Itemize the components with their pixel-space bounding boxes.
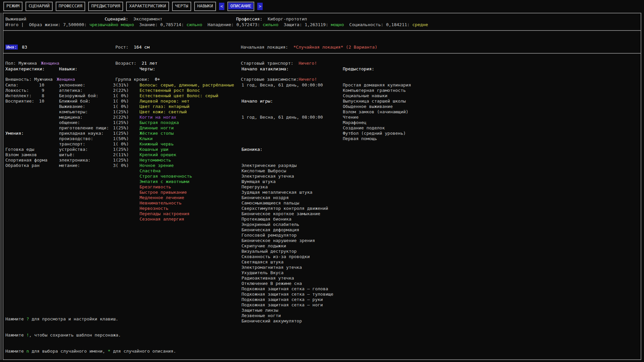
- kv-label: шитьё:: [59, 152, 75, 158]
- tab-label: РЕЖИМ: [6, 3, 19, 8]
- skill-row: прикладная наука:1(25%): [59, 131, 129, 136]
- kv-label: Выживание:: [59, 104, 85, 109]
- skills-header: Навыки:: [59, 66, 129, 72]
- trait-item: Волосы: серые, длинные, растрёпанные: [140, 82, 234, 88]
- stats-header: Характеристики:: [5, 66, 47, 72]
- name-value[interactable]: 83: [22, 45, 27, 50]
- traits-header: Черты:: [140, 66, 234, 72]
- trait-item: Кошачьи уши: [140, 147, 234, 152]
- cataclysm-start-value[interactable]: 1 год, Весна, 61 день, 00:00:00: [241, 82, 333, 88]
- tab-prev-arrow[interactable]: <: [219, 3, 224, 10]
- trait-item: Длинные ногти: [140, 125, 234, 131]
- bionic-item: Подкожная защитная сетка — руки: [241, 297, 333, 302]
- skill-row: компьютеры:1(25%): [59, 109, 129, 115]
- summary-panel: Выживший Сценарий: Эксперимент Профессия…: [3, 13, 641, 31]
- kv-value: 10: [39, 82, 44, 88]
- tab-description[interactable]: ОПИСАНИЕ: [227, 2, 255, 11]
- help-text-block: Нажмите ? для просмотра и настройки клав…: [5, 306, 276, 362]
- trait-item: Быстрая походка: [140, 120, 234, 125]
- tab-stats[interactable]: ХАРАКТЕРИСТИКИ: [126, 2, 169, 11]
- skill-row: уклонение:3(31%): [59, 82, 129, 88]
- tab-skills[interactable]: НАВЫКИ: [194, 2, 216, 11]
- text-segment: сильно: [186, 22, 202, 27]
- skills-column: Навыки: уклонение:3(31%)атлетика:2(22%)Б…: [59, 56, 129, 179]
- start-location-label: Начальная локация:: [241, 45, 293, 50]
- traits-column: Черты: Волосы: серые, длинные, растрёпан…: [140, 56, 234, 233]
- bionic-item: Бионическая ноздря: [241, 195, 333, 200]
- kv-label: уклонение:: [59, 82, 85, 88]
- trait-item: Быстрое привыкание: [140, 190, 234, 195]
- height-label: Рост:: [115, 45, 134, 50]
- help-line: Нажмите ? для просмотра и настройки клав…: [5, 316, 276, 322]
- trait-item: Лицевой покров: нет: [140, 99, 234, 104]
- tab-profession[interactable]: ПРОФЕССИЯ: [56, 2, 85, 11]
- bionic-item: Зудящая металлическая штука: [241, 190, 333, 195]
- description-panel: Характеристики: Сила:10Ловкость:9Интелле…: [3, 53, 641, 360]
- trait-item: Перепады настроения: [140, 211, 234, 217]
- bionic-item: Визуальный деструктор: [241, 249, 333, 254]
- tab-label: НАВЫКИ: [197, 3, 213, 8]
- skill-row: транспорт:1( 0%): [59, 141, 129, 147]
- skill-row: метание:3( 0%): [59, 163, 129, 168]
- scenario-value: Эксперимент: [133, 16, 162, 21]
- totals-line: Итого | Образ жизни: 7,500000: чрезвычай…: [5, 22, 428, 27]
- height-value[interactable]: 164 см: [134, 45, 150, 50]
- kv-label: Ловкость:: [5, 88, 29, 93]
- text-segment: Знание: 0,785714:: [134, 22, 187, 27]
- stats-column: Характеристики: Сила:10Ловкость:9Интелле…: [5, 56, 47, 179]
- tab-label: ХАРАКТЕРИСТИКИ: [129, 3, 166, 8]
- bionic-item: Электрические разряды: [241, 163, 333, 168]
- trait-item: Естественный рост Волос: [140, 88, 234, 93]
- tab-background[interactable]: ПРЕДЫСТОРИЯ: [88, 2, 123, 11]
- text-segment: для просмотра и настройки клавиш.: [29, 316, 118, 321]
- traits-list: Волосы: серые, длинные, растрёпанныеЕсте…: [140, 82, 234, 222]
- background-item: Компьютерная грамотность: [343, 88, 411, 93]
- skill-row: электроника:1(25%): [59, 158, 129, 163]
- kv-value: 1(25%): [113, 109, 129, 115]
- game-start-value[interactable]: 1 год, Весна, 61 день, 08:00:00: [241, 115, 333, 120]
- text-segment: Нажмите: [5, 316, 26, 321]
- bionic-item: Подкожная защитная сетка — туловище: [241, 292, 333, 297]
- spacer: [241, 131, 333, 136]
- stat-row: Ловкость:9: [5, 88, 44, 93]
- bionic-item: Голосовой ремодулятор: [241, 233, 333, 238]
- identity-panel: Имя:83 Пол: МужчинаЖенщина Внешность: Му…: [3, 30, 641, 54]
- kv-label: общение:: [59, 120, 80, 125]
- tab-next-arrow[interactable]: >: [257, 3, 263, 10]
- screen-left-border: [1, 13, 1, 360]
- trait-item: Нервозность: [140, 206, 234, 211]
- kv-value: 2(22%): [113, 115, 129, 120]
- tab-traits[interactable]: ЧЕРТЫ: [172, 2, 191, 11]
- background-item: Простая домашняя кулинария: [343, 82, 411, 88]
- tab-mode[interactable]: РЕЖИМ: [3, 2, 22, 11]
- trait-item: Брезгливость: [140, 184, 234, 190]
- stat-row: Сила:10: [5, 82, 44, 88]
- bionic-item: Бионическое короткое замыкание: [241, 211, 333, 217]
- stat-row: Интеллект:8: [5, 93, 44, 99]
- bionic-item: Эндокринный ослабитель: [241, 222, 333, 227]
- text-segment: , чтобы сохранить шаблон персонажа.: [29, 333, 121, 338]
- trait-item: Цвет кожи: светлый: [140, 109, 234, 115]
- tab-scenario[interactable]: СЦЕНАРИЙ: [25, 2, 53, 11]
- skills-list: уклонение:3(31%)атлетика:2(22%)Безоружны…: [59, 82, 129, 168]
- skill-row: атлетика:2(22%): [59, 88, 129, 93]
- kv-value: 2(11%): [113, 152, 129, 158]
- start-location-value[interactable]: *Случайная локация* (2 Варианта): [293, 45, 377, 50]
- trait-item: Крепкий орешек: [140, 152, 234, 158]
- bionic-item: Самосмыкающиеся пальцы: [241, 200, 333, 206]
- stats-list: Сила:10Ловкость:9Интеллект:8Восприятие:1…: [5, 82, 44, 104]
- skill-row: устройства:1(25%): [59, 147, 129, 152]
- kv-value: 10: [39, 99, 44, 104]
- scenario-label: Сценарий:: [105, 16, 133, 21]
- background-header: Предыстория:: [343, 66, 411, 72]
- stat-row: Восприятие:10: [5, 99, 44, 104]
- tab-label: СЦЕНАРИЙ: [29, 3, 50, 8]
- trait-item: Неутомимость: [140, 158, 234, 163]
- skill-row: производство:1(50%): [59, 136, 129, 141]
- text-segment: чрезвычайно мощно: [89, 22, 134, 27]
- kv-value: 3( 0%): [113, 163, 129, 168]
- skill-row: общение:1(25%): [59, 120, 129, 125]
- text-segment: сильно: [263, 22, 278, 27]
- trait-item: Сластёна: [140, 168, 234, 174]
- proficiencies-header: Умения:: [5, 131, 47, 136]
